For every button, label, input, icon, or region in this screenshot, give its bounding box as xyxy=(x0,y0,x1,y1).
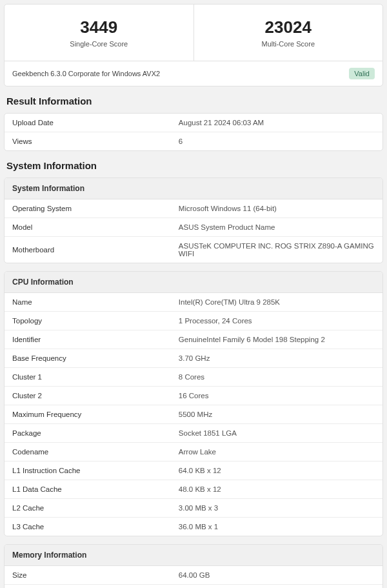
cpu-row: L1 Instruction Cache64.0 KB x 12 xyxy=(5,461,382,480)
cpu-row: L2 Cache3.00 MB x 3 xyxy=(5,499,382,518)
cpu-info-card: CPU Information NameIntel(R) Core(TM) Ul… xyxy=(4,271,383,536)
version-row: Geekbench 6.3.0 Corporate for Windows AV… xyxy=(5,61,382,86)
cpu-value: Socket 1851 LGA xyxy=(171,424,382,443)
memory-section-header: Memory Information xyxy=(5,545,382,566)
memory-value: 64.00 GB xyxy=(171,566,382,585)
cpu-key: Package xyxy=(5,424,171,443)
result-row: Views6 xyxy=(5,132,382,151)
cpu-info-table: CPU Information NameIntel(R) Core(TM) Ul… xyxy=(5,272,382,536)
cpu-key: L3 Cache xyxy=(5,518,171,536)
multi-core-cell: 23024 Multi-Core Score xyxy=(194,5,383,61)
system-key: Motherboard xyxy=(5,237,171,263)
memory-info-card: Memory Information Size64.00 GBTransfer … xyxy=(4,544,383,588)
cpu-value: Arrow Lake xyxy=(171,443,382,461)
system-row: Operating SystemMicrosoft Windows 11 (64… xyxy=(5,199,382,218)
result-info-heading: Result Information xyxy=(6,96,381,106)
system-info-table: System Information Operating SystemMicro… xyxy=(5,178,382,263)
cpu-key: Maximum Frequency xyxy=(5,405,171,424)
system-row: MotherboardASUSTeK COMPUTER INC. ROG STR… xyxy=(5,237,382,263)
cpu-key: Identifier xyxy=(5,330,171,349)
single-core-cell: 3449 Single-Core Score xyxy=(5,5,194,61)
cpu-row: CodenameArrow Lake xyxy=(5,443,382,461)
cpu-key: Codename xyxy=(5,443,171,461)
cpu-row: PackageSocket 1851 LGA xyxy=(5,424,382,443)
cpu-value: 8 Cores xyxy=(171,368,382,387)
cpu-value: 48.0 KB x 12 xyxy=(171,480,382,499)
memory-row: Transfer Rate6400 MT/s xyxy=(5,585,382,589)
cpu-row: Maximum Frequency5500 MHz xyxy=(5,405,382,424)
memory-value: 6400 MT/s xyxy=(171,585,382,589)
result-value: 6 xyxy=(171,132,382,151)
system-info-card: System Information Operating SystemMicro… xyxy=(4,177,383,263)
system-row: ModelASUS System Product Name xyxy=(5,218,382,237)
cpu-row: L3 Cache36.0 MB x 1 xyxy=(5,518,382,536)
cpu-row: IdentifierGenuineIntel Family 6 Model 19… xyxy=(5,330,382,349)
system-section-header: System Information xyxy=(5,178,382,199)
multi-core-label: Multi-Core Score xyxy=(201,40,377,48)
cpu-key: L2 Cache xyxy=(5,499,171,518)
memory-key: Transfer Rate xyxy=(5,585,171,589)
result-value: August 21 2024 06:03 AM xyxy=(171,114,382,132)
result-key: Views xyxy=(5,132,171,151)
multi-core-value: 23024 xyxy=(201,17,377,37)
system-value: ASUSTeK COMPUTER INC. ROG STRIX Z890-A G… xyxy=(171,237,382,263)
scores-card: 3449 Single-Core Score 23024 Multi-Core … xyxy=(4,4,383,86)
system-value: ASUS System Product Name xyxy=(171,218,382,237)
single-core-label: Single-Core Score xyxy=(11,40,187,48)
cpu-row: L1 Data Cache48.0 KB x 12 xyxy=(5,480,382,499)
cpu-value: 3.70 GHz xyxy=(171,349,382,368)
system-key: Operating System xyxy=(5,199,171,218)
system-key: Model xyxy=(5,218,171,237)
cpu-key: Base Frequency xyxy=(5,349,171,368)
cpu-value: 1 Processor, 24 Cores xyxy=(171,312,382,330)
cpu-key: Cluster 2 xyxy=(5,387,171,405)
cpu-key: Topology xyxy=(5,312,171,330)
cpu-value: Intel(R) Core(TM) Ultra 9 285K xyxy=(171,293,382,312)
valid-badge: Valid xyxy=(349,68,375,79)
memory-info-table: Memory Information Size64.00 GBTransfer … xyxy=(5,545,382,588)
memory-key: Size xyxy=(5,566,171,585)
cpu-value: 64.0 KB x 12 xyxy=(171,461,382,480)
result-info-table: Upload DateAugust 21 2024 06:03 AMViews6 xyxy=(5,114,382,150)
cpu-key: Name xyxy=(5,293,171,312)
single-core-value: 3449 xyxy=(11,17,187,37)
cpu-row: NameIntel(R) Core(TM) Ultra 9 285K xyxy=(5,293,382,312)
cpu-key: L1 Instruction Cache xyxy=(5,461,171,480)
cpu-row: Cluster 18 Cores xyxy=(5,368,382,387)
cpu-row: Cluster 216 Cores xyxy=(5,387,382,405)
cpu-section-header: CPU Information xyxy=(5,272,382,293)
memory-row: Size64.00 GB xyxy=(5,566,382,585)
cpu-row: Topology1 Processor, 24 Cores xyxy=(5,312,382,330)
cpu-value: GenuineIntel Family 6 Model 198 Stepping… xyxy=(171,330,382,349)
cpu-value: 36.0 MB x 1 xyxy=(171,518,382,536)
result-row: Upload DateAugust 21 2024 06:03 AM xyxy=(5,114,382,132)
result-key: Upload Date xyxy=(5,114,171,132)
result-info-card: Upload DateAugust 21 2024 06:03 AMViews6 xyxy=(4,113,383,151)
system-info-heading: System Information xyxy=(6,160,381,171)
cpu-key: Cluster 1 xyxy=(5,368,171,387)
cpu-value: 3.00 MB x 3 xyxy=(171,499,382,518)
cpu-row: Base Frequency3.70 GHz xyxy=(5,349,382,368)
version-text: Geekbench 6.3.0 Corporate for Windows AV… xyxy=(12,70,160,77)
system-value: Microsoft Windows 11 (64-bit) xyxy=(171,199,382,218)
cpu-value: 5500 MHz xyxy=(171,405,382,424)
cpu-value: 16 Cores xyxy=(171,387,382,405)
cpu-key: L1 Data Cache xyxy=(5,480,171,499)
